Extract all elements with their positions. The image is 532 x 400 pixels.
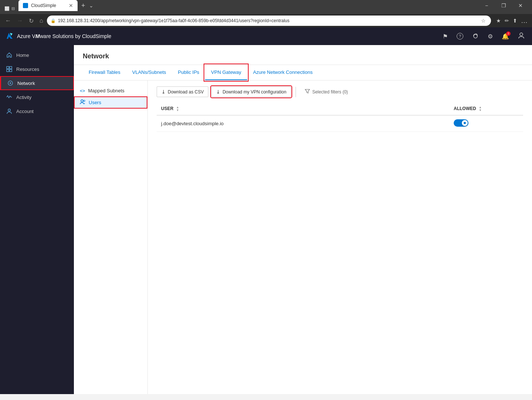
col-header-user[interactable]: USER ▲▼ [157, 103, 449, 115]
close-tab-button[interactable]: ✕ [69, 3, 73, 8]
grid-icon [6, 66, 13, 72]
tab-azure-network[interactable]: Azure Network Connections [247, 65, 318, 80]
table-area: ⤓ Download as CSV ⤓ Download my VPN conf… [148, 81, 532, 394]
sidebar-label-home: Home [16, 52, 29, 58]
tab-favicon [23, 3, 28, 8]
flag-button[interactable]: ⚑ [441, 31, 449, 41]
sidebar-label-account: Account [16, 109, 34, 114]
side-panel-label-mapped-subnets: Mapped Subnets [88, 88, 124, 93]
restore-button[interactable]: ❐ [495, 0, 512, 11]
svg-point-10 [8, 109, 10, 111]
col-header-allowed[interactable]: ALLOWED ▲▼ [449, 103, 523, 115]
tab-public-ips[interactable]: Public IPs [172, 65, 205, 80]
sidebar-item-account[interactable]: Account [0, 104, 74, 118]
app-topbar: Azure VMware Solutions by CloudSimple ⚑ … [0, 27, 532, 45]
user-cell: j.doe@devtest.cloudsimple.io [157, 115, 449, 132]
main-layout: Home Resources Networ [0, 45, 532, 394]
table-row: j.doe@devtest.cloudsimple.io [157, 115, 523, 132]
mapped-subnets-icon: <> [80, 88, 85, 93]
help-button[interactable]: ? [455, 31, 465, 41]
activity-icon [6, 94, 13, 100]
address-text: 192.168.128.31:4200/app/networking/vpn-g… [58, 18, 477, 23]
tab-vpn-gateway[interactable]: VPN Gateway [205, 65, 247, 80]
address-bar: 🔒 192.168.128.31:4200/app/networking/vpn… [47, 16, 491, 26]
app-logo: Azure VMware Solutions by CloudSimple [6, 32, 111, 40]
new-tab-button[interactable]: + [79, 2, 88, 10]
side-panel-mapped-subnets[interactable]: <> Mapped Subnets [74, 85, 147, 96]
download-vpn-config-button[interactable]: ⤓ Download my VPN configuration [211, 86, 291, 97]
svg-marker-1 [10, 33, 13, 36]
back-button[interactable]: ← [3, 16, 13, 25]
close-window-button[interactable]: ✕ [512, 0, 529, 11]
allowed-sort-icon[interactable]: ▲▼ [479, 106, 482, 112]
tab-firewall-tables[interactable]: Firewall Tables [83, 65, 126, 80]
share-button[interactable]: ⬆ [511, 17, 519, 24]
collections-button[interactable]: ★ [495, 17, 502, 24]
download-csv-icon: ⤓ [161, 89, 166, 95]
side-panel-users[interactable]: Users [74, 96, 147, 109]
bookmark-button[interactable]: ☆ [480, 17, 487, 24]
notification-badge: 2 [506, 31, 511, 36]
svg-rect-5 [10, 66, 12, 69]
toolbar-divider [296, 87, 296, 97]
table-toolbar: ⤓ Download as CSV ⤓ Download my VPN conf… [157, 86, 523, 97]
filter-button[interactable]: Selected filters (0) [300, 86, 352, 97]
sidebar-label-activity: Activity [16, 95, 31, 100]
svg-point-13 [464, 122, 466, 124]
topbar-icons: ⚑ ? ⚙ 🔔 2 [441, 31, 526, 42]
download-vpn-icon: ⤓ [216, 89, 220, 95]
svg-point-12 [83, 100, 85, 102]
tab-vlans-subnets[interactable]: VLANs/Subnets [126, 65, 172, 80]
settings-button[interactable]: ⚙ [486, 31, 494, 41]
sidebar-label-resources: Resources [16, 66, 39, 72]
network-icon [7, 80, 14, 86]
content-body: <> Mapped Subnets Users [74, 81, 532, 394]
sidebar-label-network: Network [17, 81, 35, 86]
page-title: Network [74, 45, 532, 65]
users-icon [80, 99, 86, 106]
side-panel: <> Mapped Subnets Users [74, 81, 148, 394]
allowed-cell [449, 115, 523, 132]
sidebar-item-network[interactable]: Network [0, 76, 74, 90]
tab-title: CloudSimple [31, 3, 56, 8]
app-logo-text: Azure VMware Solutions by CloudSimple [17, 33, 111, 39]
more-button[interactable]: … [519, 16, 529, 25]
svg-point-11 [81, 100, 83, 102]
home-icon [6, 52, 13, 58]
toggle-thumb [462, 120, 468, 126]
allowed-toggle[interactable] [454, 119, 468, 127]
sidebar-item-activity[interactable]: Activity [0, 90, 74, 104]
filter-icon [305, 89, 310, 95]
pen-button[interactable]: ✏ [503, 17, 511, 24]
lock-icon: 🔒 [51, 18, 56, 23]
forward-button[interactable]: → [15, 16, 25, 25]
sidebar-item-resources[interactable]: Resources [0, 62, 74, 76]
azure-logo-icon [6, 32, 14, 40]
sidebar-item-home[interactable]: Home [0, 48, 74, 62]
user-sort-icon[interactable]: ▲▼ [176, 106, 179, 112]
svg-rect-7 [10, 69, 12, 72]
sidebar: Home Resources Networ [0, 45, 74, 394]
content-area: Network Firewall Tables VLANs/Subnets Pu… [74, 45, 532, 394]
refresh-button[interactable]: ↻ [27, 16, 36, 26]
account-icon [6, 108, 13, 114]
tab-navigation: Firewall Tables VLANs/Subnets Public IPs… [74, 65, 532, 81]
user-button[interactable] [516, 31, 526, 42]
tab-overflow-button[interactable]: ⌄ [88, 3, 95, 8]
svg-point-3 [520, 33, 523, 36]
download-csv-button[interactable]: ⤓ Download as CSV [157, 86, 208, 97]
data-table: USER ▲▼ ALLOWED ▲▼ [157, 103, 523, 132]
minimize-button[interactable]: − [478, 0, 495, 11]
bell-button[interactable]: 🔔 2 [500, 31, 511, 41]
side-panel-label-users: Users [89, 100, 101, 105]
svg-point-2 [474, 34, 477, 38]
browser-tab[interactable]: CloudSimple ✕ [18, 0, 78, 11]
cloud-button[interactable] [471, 31, 480, 42]
home-button[interactable]: ⌂ [37, 16, 45, 25]
toggle-track [454, 119, 468, 127]
svg-point-9 [10, 82, 11, 84]
svg-rect-4 [7, 66, 9, 69]
svg-rect-6 [7, 69, 9, 72]
